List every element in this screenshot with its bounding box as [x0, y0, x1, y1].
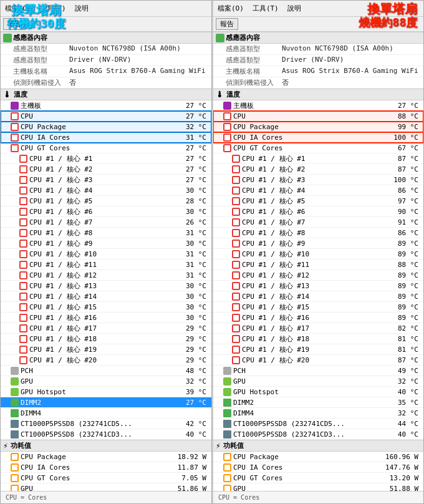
- right-detect-row: 偵測到機箱侵入 否: [213, 77, 423, 89]
- table-row: CPU IA Cores147.76 W: [213, 462, 423, 473]
- left-power-icon: ⚡: [3, 441, 8, 450]
- left-mobo-value: Asus ROG Strix B760-A Gaming WiFi: [69, 67, 206, 76]
- row-label-text: CPU #1 / 核心 #19: [29, 345, 97, 354]
- row-value: 89 °C: [380, 271, 421, 279]
- table-row: CPU Package160.96 W: [213, 452, 423, 462]
- table-row: CPU #1 / 核心 #1289 °C: [213, 270, 423, 281]
- left-detect-row: 偵測到機箱侵入 否: [1, 77, 211, 89]
- temp-icon: [19, 197, 27, 205]
- row-value: 32 °C: [168, 377, 209, 385]
- row-value: 28 °C: [168, 197, 209, 205]
- table-row: CPU #1 / 核心 #1530 °C: [1, 302, 211, 313]
- row-value: 30 °C: [168, 293, 209, 301]
- ssd-icon: [223, 420, 231, 428]
- row-value: 27 °C: [168, 155, 209, 163]
- temp-icon: [11, 133, 19, 142]
- table-row: GPU Hotspot39 °C: [1, 387, 211, 397]
- table-row: GPU32 °C: [213, 376, 423, 387]
- row-value: 89 °C: [380, 293, 421, 301]
- row-label-text: CPU #1 / 核心 #14: [29, 292, 97, 301]
- row-label-text: CPU #1 / 核心 #6: [29, 207, 92, 216]
- right-report-button[interactable]: 報告: [216, 18, 238, 30]
- row-value: 11.87 W: [168, 463, 209, 472]
- right-temp-icon: 🌡: [216, 90, 224, 99]
- row-value: 91 °C: [380, 218, 421, 226]
- row-value: 160.96 W: [380, 453, 421, 461]
- row-label-text: CPU #1 / 核心 #12: [29, 271, 97, 280]
- row-value: 100 °C: [380, 133, 421, 142]
- memory-icon: [11, 409, 19, 417]
- table-row: GPU51.86 W: [1, 483, 211, 491]
- table-row: CPU #1 / 核心 #1589 °C: [213, 302, 423, 313]
- row-label-text: CPU #1 / 核心 #15: [29, 303, 97, 312]
- temp-icon: [223, 112, 231, 120]
- table-row: CPU #1 / 核心 #1031 °C: [1, 249, 211, 259]
- left-menu-file[interactable]: 檔案(O): [3, 3, 33, 14]
- pch-icon: [11, 367, 19, 375]
- row-label-text: CPU Package: [21, 123, 66, 131]
- ssd-icon: [11, 430, 19, 439]
- row-value: 18.92 W: [168, 453, 209, 461]
- right-menu-help[interactable]: 說明: [286, 3, 303, 14]
- table-row: CPU #1 / 核心 #1231 °C: [1, 270, 211, 281]
- right-mobo-row: 主機板名稱 Asus ROG Strix B760-A Gaming WiFi: [213, 66, 423, 77]
- left-menu-help[interactable]: 說明: [73, 3, 90, 14]
- right-mobo-label: 主機板名稱: [226, 67, 282, 76]
- row-label-text: CPU #1 / 核心 #4: [29, 186, 92, 195]
- table-row: CPU #1 / 核心 #1131 °C: [1, 259, 211, 270]
- left-menu-tools[interactable]: 工具(T): [38, 3, 68, 14]
- mobo-icon: [223, 102, 231, 110]
- row-label-text: CT1000P5PSSD8 (232741CD3...: [21, 430, 132, 439]
- table-row: CPU #1 / 核心 #930 °C: [1, 238, 211, 249]
- left-sensor-header-label: 感應器內容: [13, 33, 47, 42]
- power-icon: [223, 463, 231, 472]
- left-sensor-type-row: 感應器類型 Nuvoton NCT6798D (ISA A00h): [1, 44, 211, 55]
- left-report-button[interactable]: 報告: [3, 18, 26, 30]
- row-label-text: PCH: [233, 367, 246, 375]
- row-label-text: CPU: [233, 112, 246, 120]
- row-label-text: DIMM2: [21, 399, 41, 407]
- row-label-text: CPU #1 / 核心 #7: [29, 218, 92, 227]
- temp-icon: [232, 176, 240, 184]
- row-value: 49 °C: [380, 367, 421, 375]
- row-value: 88 °C: [380, 112, 421, 120]
- row-label-text: DIMM2: [233, 399, 254, 407]
- temp-icon: [232, 271, 240, 279]
- row-label-text: CPU #1 / 核心 #11: [242, 260, 309, 269]
- row-value: 48 °C: [168, 367, 209, 375]
- temp-icon: [232, 314, 240, 322]
- row-label-text: 主機板: [233, 101, 254, 110]
- row-label-text: CPU #1 / 核心 #18: [242, 334, 309, 344]
- right-menu-tools[interactable]: 工具(T): [251, 3, 281, 14]
- temp-icon: [232, 218, 240, 226]
- table-row: CPU #1 / 核心 #528 °C: [1, 196, 211, 206]
- left-sensor-group-header: 感應器內容: [1, 32, 211, 44]
- right-panel: 檔案(O) 工具(T) 說明 換單塔扇 燒機約88度 報告 感應器內容 感應器類…: [212, 0, 424, 504]
- row-label-text: CPU #1 / 核心 #3: [242, 175, 305, 185]
- row-value: 29 °C: [168, 346, 209, 354]
- power-icon: [223, 474, 231, 482]
- row-label-text: CPU #1 / 核心 #10: [29, 250, 97, 259]
- row-value: 40 °C: [168, 430, 209, 439]
- power-icon: [11, 463, 19, 472]
- row-value: 7.05 W: [168, 474, 209, 482]
- right-detect-value: 否: [282, 78, 289, 87]
- row-value: 30 °C: [168, 282, 209, 290]
- temp-icon: [19, 155, 27, 163]
- row-label-text: CPU IA Cores: [233, 463, 282, 472]
- table-row: CT1000P5PSSD8 (232741CD3...40 °C: [1, 429, 211, 440]
- row-label-text: CPU #1 / 核心 #2: [242, 165, 305, 174]
- row-value: 82 °C: [380, 324, 421, 332]
- row-label-text: CPU Package: [21, 453, 66, 461]
- row-value: 32 °C: [380, 409, 421, 417]
- temp-icon: [19, 208, 27, 216]
- right-menu-file[interactable]: 檔案(O): [216, 3, 246, 14]
- table-row: CPU Package99 °C: [213, 122, 423, 132]
- temp-icon: [11, 112, 19, 120]
- right-sensor-type-value: Nuvoton NCT6798D (ISA A00h): [282, 44, 393, 54]
- row-label-text: CPU #1 / 核心 #20: [29, 356, 97, 365]
- table-row: CPU #1 / 核心 #1729 °C: [1, 323, 211, 334]
- temp-icon: [232, 165, 240, 173]
- row-label-text: CPU #1 / 核心 #16: [29, 313, 97, 322]
- table-row: DIMM4: [1, 408, 211, 419]
